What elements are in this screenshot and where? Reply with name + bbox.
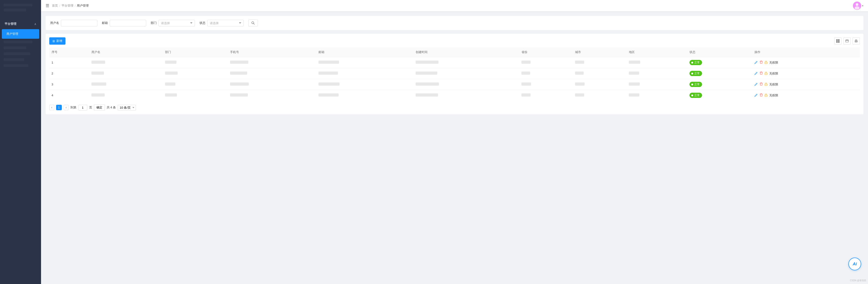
page-label: 页 (89, 105, 92, 110)
svg-point-24 (766, 95, 766, 96)
cell-status-2: 正常 (687, 79, 752, 90)
header-left: ☰ 首页 / 平台管理 / 用户管理 (45, 3, 89, 8)
cell-phone-2 (228, 79, 316, 90)
cell-email-0 (316, 57, 413, 68)
cell-area-0 (626, 57, 687, 68)
sidebar-blur-3 (4, 40, 32, 43)
cell-created-0 (413, 57, 519, 68)
edit-button[interactable] (754, 82, 758, 86)
breadcrumb-sep-2: / (75, 4, 76, 7)
prev-page-button[interactable]: ‹ (49, 105, 54, 110)
avatar[interactable] (853, 2, 861, 10)
cell-area-2 (626, 79, 687, 90)
table-row: 2正常 (49, 68, 860, 79)
sidebar-item-platform[interactable]: 平台管理 ∧ (0, 19, 41, 29)
print-button[interactable] (852, 37, 860, 45)
edit-button[interactable] (754, 93, 758, 98)
cell-email-1 (316, 68, 413, 79)
cell-city-3 (573, 90, 626, 101)
breadcrumb: 首页 / 平台管理 / 用户管理 (52, 4, 89, 8)
username-label: 用户名 (50, 21, 59, 25)
grid-view-button[interactable] (834, 37, 842, 45)
delete-button[interactable] (760, 82, 763, 86)
dept-field: 部门 请选择 (151, 20, 195, 27)
cell-status-3: 正常 (687, 90, 752, 101)
table-row: 4正常 (49, 90, 860, 101)
svg-point-22 (766, 84, 766, 85)
cell-status-0: 正常 (687, 57, 752, 68)
cell-created-2 (413, 79, 519, 90)
sidebar-blur-6 (4, 58, 24, 61)
edit-button[interactable] (754, 72, 758, 76)
edit-button[interactable] (754, 61, 758, 65)
permission-text[interactable]: 无权限 (769, 82, 778, 86)
cell-username-1 (89, 68, 163, 79)
goto-confirm-button[interactable]: 确定 (94, 104, 105, 111)
status-select[interactable]: 请选择 (207, 20, 244, 27)
sidebar-blur-5 (4, 52, 30, 55)
search-bar: 用户名 邮箱 部门 请选择 状态 请选择 (45, 16, 863, 30)
watermark: CSDN @零四四 (850, 279, 866, 282)
ai-float-button[interactable]: Ai (848, 257, 861, 270)
toolbar-right (834, 37, 860, 45)
search-button[interactable] (248, 20, 258, 27)
next-page-button[interactable]: › (64, 105, 69, 110)
permission-text[interactable]: 无权限 (769, 61, 778, 65)
lock-button[interactable] (765, 72, 768, 76)
export-button[interactable] (843, 37, 851, 45)
cell-province-3 (519, 90, 573, 101)
permission-text[interactable]: 无权限 (769, 72, 778, 76)
cell-username-2 (89, 79, 163, 90)
add-icon: ⊞ (53, 39, 55, 43)
per-page-select[interactable]: 10 条/页 20 条/页 50 条/页 (118, 105, 136, 110)
svg-rect-7 (836, 41, 838, 43)
cell-created-1 (413, 68, 519, 79)
cell-action-3: 无权限 (752, 90, 860, 101)
lock-button[interactable] (765, 82, 768, 86)
svg-rect-14 (856, 40, 857, 40)
page-goto-input[interactable] (78, 105, 87, 110)
breadcrumb-platform[interactable]: 平台管理 (62, 4, 73, 8)
menu-icon[interactable]: ☰ (45, 3, 49, 8)
breadcrumb-home[interactable]: 首页 (52, 4, 58, 8)
add-button[interactable]: ⊞ 新增 (49, 37, 65, 45)
avatar-chevron-icon[interactable]: ▾ (862, 4, 863, 7)
svg-line-4 (253, 24, 254, 24)
cell-phone-0 (228, 57, 316, 68)
lock-button[interactable] (765, 61, 768, 65)
cell-dept-3 (163, 90, 228, 101)
status-dot (691, 73, 693, 74)
status-dot (691, 83, 693, 85)
main-content: ☰ 首页 / 平台管理 / 用户管理 ▾ 用户名 (41, 0, 868, 284)
cell-seq-1: 2 (49, 68, 89, 79)
page-1-button[interactable]: 1 (56, 105, 62, 110)
delete-button[interactable] (760, 72, 763, 76)
status-label: 状态 (199, 21, 206, 25)
svg-point-2 (855, 6, 860, 9)
cell-area-3 (626, 90, 687, 101)
col-username: 用户名 (89, 47, 163, 57)
svg-point-20 (766, 73, 766, 74)
delete-button[interactable] (760, 93, 763, 98)
cell-email-3 (316, 90, 413, 101)
permission-text[interactable]: 无权限 (769, 93, 778, 98)
email-input[interactable] (110, 20, 146, 27)
svg-point-18 (766, 62, 766, 63)
data-table: 序号 用户名 部门 手机号 邮箱 创建时间 省份 城市 地区 状态 操作 1正常 (49, 47, 860, 101)
username-input[interactable] (61, 20, 97, 27)
cell-status-1: 正常 (687, 68, 752, 79)
dept-select[interactable]: 请选择 (158, 20, 195, 27)
svg-point-16 (857, 41, 857, 41)
cell-dept-0 (163, 57, 228, 68)
sidebar-item-users[interactable]: 用户管理 (2, 29, 39, 39)
lock-button[interactable] (765, 93, 768, 98)
svg-rect-15 (856, 41, 857, 42)
sidebar-blur-2 (4, 9, 26, 11)
cell-created-3 (413, 90, 519, 101)
email-field: 邮箱 (102, 20, 146, 27)
cell-province-0 (519, 57, 573, 68)
goto-label: 到第 (70, 105, 76, 110)
table-section: ⊞ 新增 (45, 34, 863, 114)
delete-button[interactable] (760, 61, 763, 65)
svg-rect-8 (838, 41, 839, 43)
